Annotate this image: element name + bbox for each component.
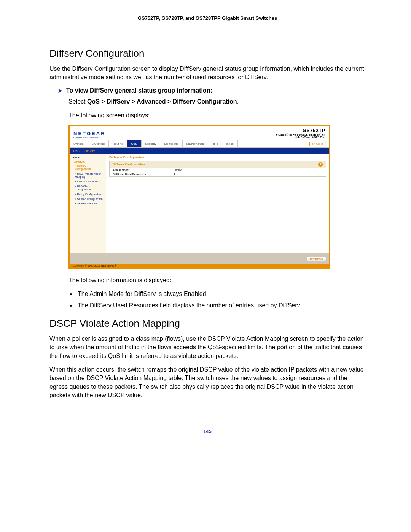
procedure-title: To view DiffServ general status group in… <box>66 87 212 94</box>
main-title: Diffserv Configuration <box>109 155 326 159</box>
sidebar-item-service-config[interactable]: » Service Configuration <box>70 197 106 201</box>
logout-button[interactable]: LOGOUT <box>309 142 326 146</box>
tab-system[interactable]: System <box>70 140 88 147</box>
tab-index[interactable]: Index <box>222 140 238 147</box>
sidebar-item-diffserv-config[interactable]: » Diffserv Configuration <box>70 164 106 172</box>
step-prefix: Select <box>68 98 87 105</box>
tab-security[interactable]: Security <box>142 140 161 147</box>
field-value: 4 <box>174 173 175 176</box>
tab-switching[interactable]: Switching <box>88 140 109 147</box>
config-panel: Diffserv Configuration ? Admin Mode Enab… <box>109 161 326 177</box>
sidebar-item-policy-config[interactable]: » Policy Configuration <box>70 192 106 197</box>
sidebar-item-label: Class Configuration <box>77 180 100 183</box>
document-header: GS752TP, GS728TP, and GS728TPP Gigabit S… <box>49 15 365 21</box>
sidebar-item-label: DSCP Violate Action Mapping <box>75 173 101 178</box>
main-nav-tabs: System Switching Routing QoS Security Mo… <box>70 140 329 148</box>
sidebar-item-label: Diffserv Configuration <box>75 165 91 170</box>
paragraph: Use the Diffserv Configuration screen to… <box>49 65 365 82</box>
sidebar-group-basic[interactable]: Basic <box>70 155 106 160</box>
field-value: Enable <box>174 169 182 171</box>
list-item: The DiffServ Used Resources field displa… <box>76 301 365 310</box>
section-heading-diffserv-config: Diffserv Configuration <box>49 48 365 59</box>
admin-screenshot: NETGEAR Connect with Innovation ™ GS752T… <box>68 125 330 269</box>
sidebar-item-label: Service Configuration <box>77 198 103 200</box>
paragraph: The following information is displayed: <box>49 276 365 285</box>
sidebar-item-label: IPv6 Class Configuration <box>75 185 91 191</box>
tab-monitoring[interactable]: Monitoring <box>160 140 182 147</box>
procedure-arrow-icon: ➤ <box>58 88 62 94</box>
list-item: The Admin Mode for DiffServ is always En… <box>76 289 365 299</box>
tab-qos[interactable]: QoS <box>127 140 142 147</box>
brand-tagline: Connect with Innovation ™ <box>73 136 106 139</box>
step-path: QoS > DiffServ > Advanced > Diffserv Con… <box>87 98 237 105</box>
tab-maintenance[interactable]: Maintenance <box>183 140 208 147</box>
sidebar-item-service-stats[interactable]: » Service Statistics <box>70 201 106 206</box>
netgear-logo: NETGEAR Connect with Innovation ™ <box>73 131 106 139</box>
sidebar-item-label: Service Statistics <box>77 202 97 205</box>
help-icon[interactable]: ? <box>318 162 323 167</box>
subtab-cos[interactable]: CoS <box>73 149 80 153</box>
sidebar-item-label: Policy Configuration <box>77 193 101 196</box>
model-number: GS752TP <box>276 128 325 133</box>
step-suffix: . <box>237 98 239 105</box>
refresh-button[interactable]: REFRESH <box>307 257 326 261</box>
sidebar-item-class-config[interactable]: » Class Configuration <box>70 179 106 184</box>
model-desc: with PoE and 4 SFP Port <box>276 136 325 139</box>
procedure-step: Select QoS > DiffServ > Advanced > Diffs… <box>49 97 365 106</box>
sidebar-item-dscp-violate[interactable]: » DSCP Violate Action Mapping <box>70 172 106 180</box>
panel-title: Diffserv Configuration <box>113 163 145 166</box>
sidebar: Basic Advanced » Diffserv Configuration … <box>70 154 106 253</box>
footer-rule <box>49 423 365 423</box>
paragraph: When this action occurs, the switch rema… <box>49 366 365 400</box>
sidebar-group-advanced[interactable]: Advanced <box>70 160 106 164</box>
bullet-list: The Admin Mode for DiffServ is always En… <box>49 289 365 310</box>
brand-text: NETGEAR <box>73 131 106 136</box>
section-heading-dscp-violate: DSCP Violate Action Mapping <box>49 318 365 329</box>
paragraph: The following screen displays: <box>49 111 365 120</box>
subtab-diffserv[interactable]: DiffServ <box>84 149 95 153</box>
paragraph: When a policer is assigned to a class ma… <box>49 335 365 360</box>
model-info: GS752TP ProSafe® 48-Port Gigabit Smart S… <box>276 128 325 139</box>
tab-help[interactable]: Help <box>208 140 222 147</box>
main-panel: Diffserv Configuration Diffserv Configur… <box>106 154 329 253</box>
sidebar-item-ipv6-class[interactable]: » IPv6 Class Configuration <box>70 184 106 192</box>
field-label: DiffServe Used Resources <box>113 173 174 176</box>
action-bar: REFRESH <box>70 253 329 264</box>
page-number: 145 <box>49 428 365 434</box>
tab-routing[interactable]: Routing <box>109 140 127 147</box>
field-label: Admin Mode <box>113 169 174 171</box>
sub-nav: CoS DiffServ <box>70 148 329 154</box>
copyright: Copyright © 1996-2012 NETGEAR ® <box>70 264 329 268</box>
model-desc: ProSafe® 48-Port Gigabit Smart Switch <box>276 133 325 136</box>
